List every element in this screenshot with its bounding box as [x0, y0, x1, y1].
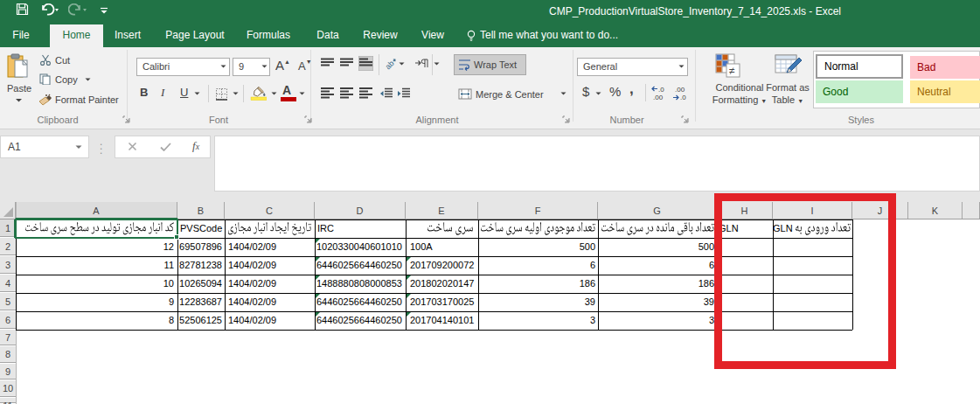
- svg-text:.0: .0: [680, 94, 686, 101]
- svg-text:≠: ≠: [729, 65, 735, 77]
- svg-text:.00: .00: [675, 86, 685, 94]
- svg-text:.0: .0: [658, 86, 664, 94]
- svg-text:.00: .00: [653, 94, 664, 101]
